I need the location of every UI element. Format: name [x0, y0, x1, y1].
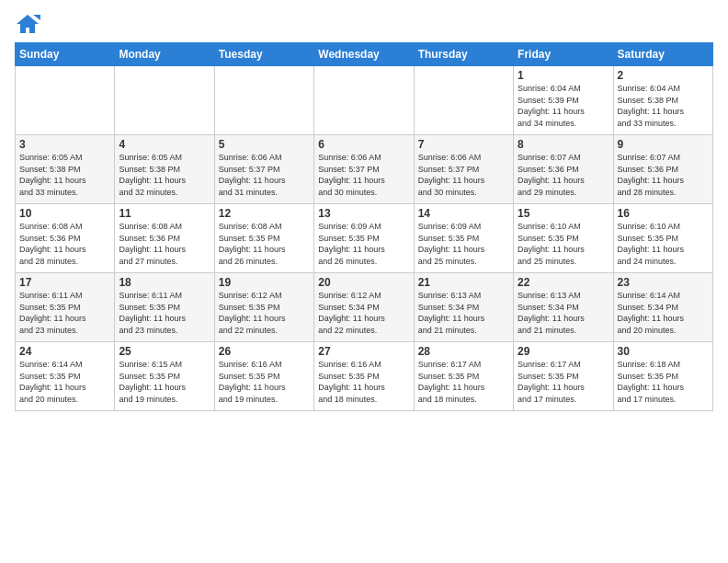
table-row: 5Sunrise: 6:06 AM Sunset: 5:37 PM Daylig… — [214, 135, 313, 204]
day-number: 30 — [618, 345, 709, 358]
table-row — [414, 66, 513, 135]
day-number: 19 — [219, 276, 310, 289]
table-row — [314, 66, 414, 135]
table-row: 29Sunrise: 6:17 AM Sunset: 5:35 PM Dayli… — [514, 342, 613, 411]
day-number: 3 — [19, 138, 110, 151]
day-info: Sunrise: 6:13 AM Sunset: 5:34 PM Dayligh… — [518, 290, 609, 336]
day-number: 26 — [219, 345, 310, 358]
day-info: Sunrise: 6:14 AM Sunset: 5:35 PM Dayligh… — [19, 359, 110, 405]
table-row: 30Sunrise: 6:18 AM Sunset: 5:35 PM Dayli… — [613, 342, 712, 411]
table-row — [16, 66, 115, 135]
table-row: 26Sunrise: 6:16 AM Sunset: 5:35 PM Dayli… — [214, 342, 313, 411]
col-wednesday: Wednesday — [314, 43, 414, 66]
day-number: 5 — [219, 138, 310, 151]
table-row: 17Sunrise: 6:11 AM Sunset: 5:35 PM Dayli… — [16, 273, 115, 342]
day-number: 4 — [119, 138, 210, 151]
day-number: 24 — [19, 345, 110, 358]
table-row: 22Sunrise: 6:13 AM Sunset: 5:34 PM Dayli… — [514, 273, 613, 342]
day-number: 13 — [318, 207, 409, 220]
table-row: 2Sunrise: 6:04 AM Sunset: 5:38 PM Daylig… — [613, 66, 712, 135]
table-row: 11Sunrise: 6:08 AM Sunset: 5:36 PM Dayli… — [115, 204, 214, 273]
day-info: Sunrise: 6:17 AM Sunset: 5:35 PM Dayligh… — [418, 359, 509, 405]
day-number: 16 — [618, 207, 709, 220]
day-number: 29 — [518, 345, 609, 358]
day-number: 15 — [518, 207, 609, 220]
logo-icon — [15, 11, 40, 37]
day-info: Sunrise: 6:10 AM Sunset: 5:35 PM Dayligh… — [518, 221, 609, 267]
table-row: 28Sunrise: 6:17 AM Sunset: 5:35 PM Dayli… — [414, 342, 513, 411]
day-info: Sunrise: 6:15 AM Sunset: 5:35 PM Dayligh… — [119, 359, 210, 405]
table-row: 3Sunrise: 6:05 AM Sunset: 5:38 PM Daylig… — [16, 135, 115, 204]
day-number: 9 — [618, 138, 709, 151]
day-info: Sunrise: 6:04 AM Sunset: 5:38 PM Dayligh… — [618, 83, 709, 129]
table-row: 12Sunrise: 6:08 AM Sunset: 5:35 PM Dayli… — [214, 204, 313, 273]
table-row: 8Sunrise: 6:07 AM Sunset: 5:36 PM Daylig… — [514, 135, 613, 204]
day-info: Sunrise: 6:06 AM Sunset: 5:37 PM Dayligh… — [219, 152, 310, 198]
page: Sunday Monday Tuesday Wednesday Thursday… — [0, 0, 728, 419]
day-number: 11 — [119, 207, 210, 220]
day-number: 2 — [618, 69, 709, 82]
table-row: 1Sunrise: 6:04 AM Sunset: 5:39 PM Daylig… — [514, 66, 613, 135]
table-row: 18Sunrise: 6:11 AM Sunset: 5:35 PM Dayli… — [115, 273, 214, 342]
table-row — [214, 66, 313, 135]
calendar-table: Sunday Monday Tuesday Wednesday Thursday… — [15, 42, 713, 411]
day-info: Sunrise: 6:11 AM Sunset: 5:35 PM Dayligh… — [119, 290, 210, 336]
day-info: Sunrise: 6:16 AM Sunset: 5:35 PM Dayligh… — [318, 359, 409, 405]
day-info: Sunrise: 6:09 AM Sunset: 5:35 PM Dayligh… — [318, 221, 409, 267]
table-row: 15Sunrise: 6:10 AM Sunset: 5:35 PM Dayli… — [514, 204, 613, 273]
day-number: 12 — [219, 207, 310, 220]
table-row: 13Sunrise: 6:09 AM Sunset: 5:35 PM Dayli… — [314, 204, 414, 273]
col-monday: Monday — [115, 43, 214, 66]
logo-area — [15, 11, 42, 37]
day-info: Sunrise: 6:10 AM Sunset: 5:35 PM Dayligh… — [618, 221, 709, 267]
col-sunday: Sunday — [16, 43, 115, 66]
day-info: Sunrise: 6:08 AM Sunset: 5:36 PM Dayligh… — [19, 221, 110, 267]
day-info: Sunrise: 6:11 AM Sunset: 5:35 PM Dayligh… — [19, 290, 110, 336]
day-number: 20 — [318, 276, 409, 289]
day-info: Sunrise: 6:16 AM Sunset: 5:35 PM Dayligh… — [219, 359, 310, 405]
day-number: 17 — [19, 276, 110, 289]
day-number: 27 — [318, 345, 409, 358]
day-number: 25 — [119, 345, 210, 358]
day-info: Sunrise: 6:18 AM Sunset: 5:35 PM Dayligh… — [618, 359, 709, 405]
table-row: 24Sunrise: 6:14 AM Sunset: 5:35 PM Dayli… — [16, 342, 115, 411]
table-row: 19Sunrise: 6:12 AM Sunset: 5:35 PM Dayli… — [214, 273, 313, 342]
day-number: 6 — [318, 138, 409, 151]
day-info: Sunrise: 6:13 AM Sunset: 5:34 PM Dayligh… — [418, 290, 509, 336]
table-row: 10Sunrise: 6:08 AM Sunset: 5:36 PM Dayli… — [16, 204, 115, 273]
day-info: Sunrise: 6:05 AM Sunset: 5:38 PM Dayligh… — [19, 152, 110, 198]
table-row: 25Sunrise: 6:15 AM Sunset: 5:35 PM Dayli… — [115, 342, 214, 411]
day-number: 28 — [418, 345, 509, 358]
day-number: 23 — [618, 276, 709, 289]
table-row: 6Sunrise: 6:06 AM Sunset: 5:37 PM Daylig… — [314, 135, 414, 204]
col-thursday: Thursday — [414, 43, 513, 66]
day-info: Sunrise: 6:05 AM Sunset: 5:38 PM Dayligh… — [119, 152, 210, 198]
header — [15, 11, 713, 37]
table-row: 7Sunrise: 6:06 AM Sunset: 5:37 PM Daylig… — [414, 135, 513, 204]
day-info: Sunrise: 6:09 AM Sunset: 5:35 PM Dayligh… — [418, 221, 509, 267]
day-number: 10 — [19, 207, 110, 220]
day-info: Sunrise: 6:04 AM Sunset: 5:39 PM Dayligh… — [518, 83, 609, 129]
table-row: 20Sunrise: 6:12 AM Sunset: 5:34 PM Dayli… — [314, 273, 414, 342]
day-number: 7 — [418, 138, 509, 151]
day-number: 18 — [119, 276, 210, 289]
day-info: Sunrise: 6:08 AM Sunset: 5:35 PM Dayligh… — [219, 221, 310, 267]
day-number: 22 — [518, 276, 609, 289]
table-row: 4Sunrise: 6:05 AM Sunset: 5:38 PM Daylig… — [115, 135, 214, 204]
day-number: 1 — [518, 69, 609, 82]
day-info: Sunrise: 6:07 AM Sunset: 5:36 PM Dayligh… — [518, 152, 609, 198]
day-info: Sunrise: 6:08 AM Sunset: 5:36 PM Dayligh… — [119, 221, 210, 267]
day-number: 21 — [418, 276, 509, 289]
table-row: 21Sunrise: 6:13 AM Sunset: 5:34 PM Dayli… — [414, 273, 513, 342]
table-row: 9Sunrise: 6:07 AM Sunset: 5:36 PM Daylig… — [613, 135, 712, 204]
day-info: Sunrise: 6:17 AM Sunset: 5:35 PM Dayligh… — [518, 359, 609, 405]
col-tuesday: Tuesday — [214, 43, 313, 66]
table-row — [115, 66, 214, 135]
table-row: 27Sunrise: 6:16 AM Sunset: 5:35 PM Dayli… — [314, 342, 414, 411]
day-info: Sunrise: 6:12 AM Sunset: 5:35 PM Dayligh… — [219, 290, 310, 336]
day-info: Sunrise: 6:06 AM Sunset: 5:37 PM Dayligh… — [418, 152, 509, 198]
calendar-header: Sunday Monday Tuesday Wednesday Thursday… — [16, 43, 713, 66]
day-number: 8 — [518, 138, 609, 151]
day-info: Sunrise: 6:07 AM Sunset: 5:36 PM Dayligh… — [618, 152, 709, 198]
day-info: Sunrise: 6:12 AM Sunset: 5:34 PM Dayligh… — [318, 290, 409, 336]
